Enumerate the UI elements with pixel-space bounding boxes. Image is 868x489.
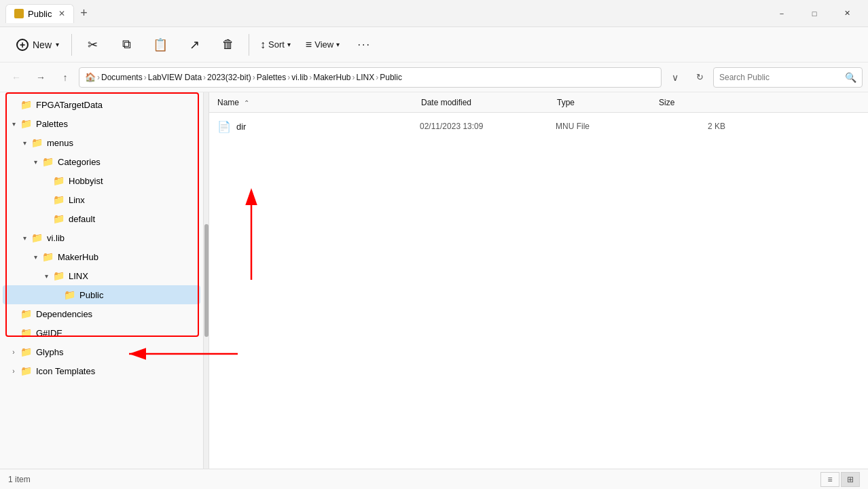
maximize-button[interactable]: □ <box>799 3 830 24</box>
up-button[interactable]: ↑ <box>54 67 76 88</box>
copy-button[interactable]: ⧉ <box>110 33 143 56</box>
sort-button[interactable]: ↕ Sort ▾ <box>253 35 297 55</box>
file-size-dir: 2 KB <box>657 122 725 131</box>
sidebar-label-icon-templates: Icon Templates <box>36 366 95 376</box>
share-button[interactable]: ↗ <box>178 33 211 56</box>
col-header-type[interactable]: Type <box>557 98 659 107</box>
sidebar-label-public: Public <box>79 290 103 300</box>
file-row-dir[interactable]: 📄 dir 02/11/2023 13:09 MNU File 2 KB <box>209 115 868 137</box>
col-header-name[interactable]: Name ⌃ <box>217 98 421 107</box>
separator-2 <box>249 34 249 56</box>
sidebar-item-public[interactable]: 📁 Public <box>3 285 200 304</box>
expand-categories[interactable]: ▾ <box>30 156 41 167</box>
refresh-button[interactable]: ↻ <box>689 67 710 88</box>
active-tab[interactable]: Public ✕ <box>5 4 74 23</box>
breadcrumb-public[interactable]: Public <box>380 73 402 82</box>
sidebar-label-vilib: vi.lib <box>47 233 65 243</box>
cut-button[interactable]: ✂ <box>76 33 109 56</box>
sidebar-item-linx[interactable]: 📁 Linx <box>3 190 200 209</box>
breadcrumb-labview[interactable]: LabVIEW Data <box>148 73 202 82</box>
search-icon: 🔍 <box>845 72 856 83</box>
col-header-size[interactable]: Size <box>659 98 727 107</box>
sidebar-item-makerhub[interactable]: ▾ 📁 MakerHub <box>3 247 200 266</box>
breadcrumb-makerhub[interactable]: MakerHub <box>313 73 350 82</box>
new-label: New <box>33 39 52 50</box>
window-controls: − □ ✕ <box>766 3 863 24</box>
sidebar-item-categories[interactable]: ▾ 📁 Categories <box>3 152 200 171</box>
tab-title: Public <box>28 9 52 19</box>
forward-button[interactable]: → <box>30 67 52 88</box>
minimize-button[interactable]: − <box>766 3 797 24</box>
expand-menus[interactable]: ▾ <box>19 137 30 148</box>
file-name-dir: dir <box>236 122 420 132</box>
search-input[interactable] <box>719 73 841 82</box>
breadcrumb-linx[interactable]: LINX <box>357 73 375 82</box>
share-icon: ↗ <box>189 37 200 52</box>
breadcrumb-palettes[interactable]: Palettes <box>257 73 286 82</box>
sort-icon: ↕ <box>260 39 266 51</box>
sidebar-label-categories: Categories <box>58 157 101 167</box>
titlebar: Public ✕ + − □ ✕ <box>0 0 868 27</box>
view-toggle-buttons: ≡ ⊞ <box>820 472 860 487</box>
sort-arrow: ▾ <box>287 41 291 48</box>
breadcrumb-year[interactable]: 2023(32-bit) <box>207 73 251 82</box>
new-button[interactable]: + New ▾ <box>8 33 67 56</box>
tab-close-icon[interactable]: ✕ <box>58 9 65 18</box>
paste-button[interactable]: 📋 <box>144 33 177 56</box>
sidebar-item-menus[interactable]: ▾ 📁 menus <box>3 133 200 152</box>
file-date-dir: 02/11/2023 13:09 <box>420 122 556 131</box>
search-box[interactable]: 🔍 <box>713 67 863 88</box>
expand-palettes[interactable]: ▾ <box>8 118 19 129</box>
sidebar-label-fpga: FPGATargetData <box>36 100 103 110</box>
toolbar: + New ▾ ✂ ⧉ 📋 ↗ 🗑 ↕ Sort ▾ ≡ View ▾ ··· <box>0 27 868 62</box>
sidebar-item-gide[interactable]: 📁 G#IDE <box>3 323 200 342</box>
sidebar-label-menus: menus <box>47 138 73 148</box>
sidebar-item-dependencies[interactable]: 📁 Dependencies <box>3 304 200 323</box>
breadcrumb-vilib[interactable]: vi.lib <box>291 73 308 82</box>
grid-view-button[interactable]: ⊞ <box>841 472 860 487</box>
sidebar-item-palettes[interactable]: ▾ 📁 Palettes <box>3 114 200 133</box>
breadcrumb-documents[interactable]: Documents <box>101 73 143 82</box>
expand-glyphs[interactable]: › <box>8 346 19 357</box>
sidebar-label-glyphs: Glyphs <box>36 347 63 357</box>
sidebar-item-glyphs[interactable]: › 📁 Glyphs <box>3 342 200 361</box>
column-headers: Name ⌃ Date modified Type Size <box>209 92 868 113</box>
sidebar-scrollbar-thumb[interactable] <box>204 224 209 337</box>
expand-makerhub[interactable]: ▾ <box>30 251 41 262</box>
breadcrumb-home[interactable]: 🏠 <box>85 72 96 82</box>
paste-icon: 📋 <box>153 37 168 52</box>
sidebar-item-default[interactable]: 📁 default <box>3 209 200 228</box>
sort-arrow-icon: ⌃ <box>244 99 249 107</box>
list-view-button[interactable]: ≡ <box>820 472 839 487</box>
close-button[interactable]: ✕ <box>831 3 863 24</box>
back-button[interactable]: ← <box>5 67 27 88</box>
sidebar-scrollbar[interactable] <box>204 92 209 469</box>
sidebar-item-linx2[interactable]: ▾ 📁 LINX <box>3 266 200 285</box>
delete-button[interactable]: 🗑 <box>212 33 245 56</box>
sidebar-item-icon-templates[interactable]: › 📁 Icon Templates <box>3 361 200 380</box>
expand-linx2[interactable]: ▾ <box>41 270 52 281</box>
view-button[interactable]: ≡ View ▾ <box>299 35 346 55</box>
expand-vilib[interactable]: ▾ <box>19 232 30 243</box>
cut-icon: ✂ <box>88 37 98 52</box>
new-dropdown-arrow: ▾ <box>56 41 59 48</box>
sidebar-item-hobbyist[interactable]: 📁 Hobbyist <box>3 171 200 190</box>
more-button[interactable]: ··· <box>348 35 380 55</box>
tab-folder-icon <box>14 9 24 18</box>
expand-icon-templates[interactable]: › <box>8 365 19 376</box>
breadcrumb[interactable]: 🏠 › Documents › LabVIEW Data › 2023(32-b… <box>79 67 662 88</box>
add-tab-button[interactable]: + <box>74 4 93 23</box>
sidebar-item-fpgatargetdata[interactable]: 📁 FPGATargetData <box>3 95 200 114</box>
breadcrumb-recent-button[interactable]: ∨ <box>664 67 686 88</box>
sidebar-label-makerhub: MakerHub <box>58 252 98 262</box>
sidebar: 📁 FPGATargetData ▾ 📁 Palettes ▾ 📁 menus … <box>0 92 204 469</box>
sidebar-label-palettes: Palettes <box>36 119 68 129</box>
sidebar-label-dependencies: Dependencies <box>36 309 92 319</box>
col-header-date[interactable]: Date modified <box>421 98 557 107</box>
copy-icon: ⧉ <box>122 37 131 52</box>
sidebar-label-linx2: LINX <box>69 271 88 281</box>
file-icon-dir: 📄 <box>217 120 231 133</box>
sidebar-label-default: default <box>69 214 95 224</box>
separator-1 <box>71 34 72 56</box>
sidebar-item-vilib[interactable]: ▾ 📁 vi.lib <box>3 228 200 247</box>
